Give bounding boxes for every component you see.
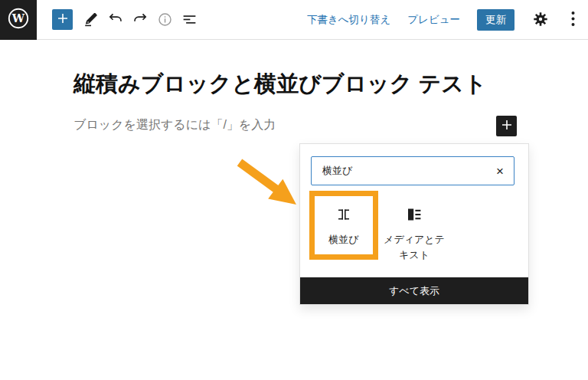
browse-all-button[interactable]: すべて表示 <box>300 277 528 304</box>
redo-button[interactable] <box>131 10 149 28</box>
undo-icon <box>107 11 124 28</box>
block-result-media-text[interactable]: メディアとテキスト <box>379 191 449 260</box>
redo-icon <box>132 11 149 28</box>
settings-button[interactable] <box>531 11 550 29</box>
post-title-field[interactable]: 縦積みブロックと横並びブロック テスト <box>74 70 518 97</box>
gear-icon <box>532 11 549 30</box>
edit-mode-button[interactable] <box>82 10 100 28</box>
block-search-input[interactable] <box>312 165 486 177</box>
clear-search-button[interactable]: × <box>486 165 514 178</box>
media-text-block-icon <box>405 205 423 224</box>
plus-icon <box>499 117 514 135</box>
block-search-box: × <box>311 156 514 185</box>
row-block-label: 横並び <box>328 232 358 247</box>
svg-text:W: W <box>11 11 25 25</box>
undo-button[interactable] <box>106 10 125 28</box>
paragraph-block-placeholder[interactable]: ブロックを選択するには「/」を入力 <box>74 117 276 133</box>
media-text-block-label: メディアとテキスト <box>379 232 449 263</box>
update-button[interactable]: 更新 <box>477 9 514 31</box>
switch-to-draft-link[interactable]: 下書きへ切り替え <box>307 13 390 27</box>
editor-top-bar: W <box>0 0 588 40</box>
pencil-icon <box>83 11 100 28</box>
header-actions: 下書きへ切り替え プレビュー 更新 <box>307 0 579 40</box>
options-menu-button[interactable] <box>567 11 579 29</box>
kebab-menu-icon <box>571 11 575 29</box>
row-block-icon <box>335 205 353 224</box>
list-view-icon <box>181 11 198 28</box>
info-icon <box>157 11 173 28</box>
toolbar-inserter-button[interactable] <box>52 9 73 30</box>
annotation-arrow-icon <box>230 152 306 213</box>
plus-icon <box>55 11 70 28</box>
preview-link[interactable]: プレビュー <box>407 13 460 27</box>
block-result-row[interactable]: 横並び <box>309 191 378 260</box>
wordpress-logo-button[interactable]: W <box>0 0 37 40</box>
wordpress-logo-icon: W <box>7 7 30 33</box>
gutenberg-editor: { "colors": { "accent_blue": "#2b74a8", … <box>0 0 588 380</box>
details-button[interactable] <box>155 10 174 28</box>
quick-inserter-popover: × 横並び メディアとテキスト すべて表示 <box>299 143 529 305</box>
block-inserter-toggle-button[interactable] <box>496 116 517 136</box>
list-view-button[interactable] <box>180 10 198 28</box>
